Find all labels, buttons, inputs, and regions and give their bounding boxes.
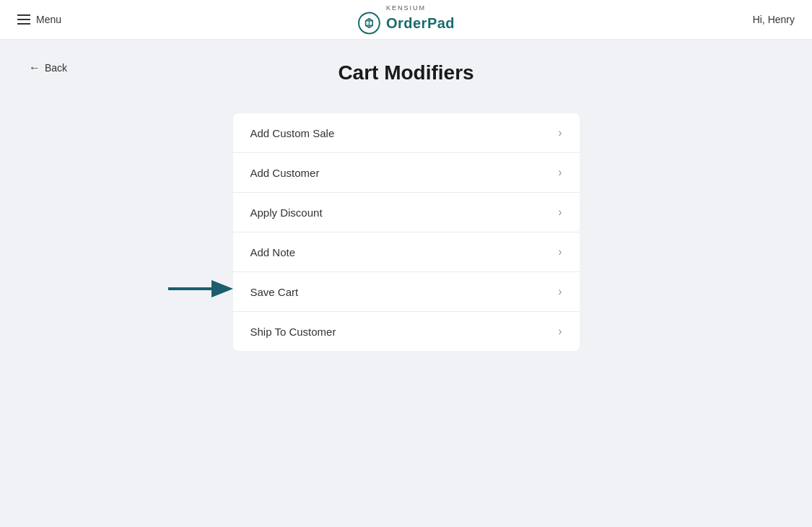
main-content: ← Back Cart Modifiers Add Custom Sale › … xyxy=(0,40,812,373)
back-label: Back xyxy=(45,62,67,74)
chevron-right-icon: › xyxy=(558,166,562,179)
back-button[interactable]: ← Back xyxy=(29,61,67,74)
menu-list: Add Custom Sale › Add Customer › Apply D… xyxy=(233,113,580,351)
menu-item-label: Add Customer xyxy=(250,167,320,179)
menu-item-add-note[interactable]: Add Note › xyxy=(233,232,580,272)
menu-button[interactable]: Menu xyxy=(17,14,61,25)
menu-item-apply-discount[interactable]: Apply Discount › xyxy=(233,193,580,232)
chevron-right-icon: › xyxy=(558,206,562,219)
menu-item-add-customer[interactable]: Add Customer › xyxy=(233,153,580,193)
menu-item-label: Add Note xyxy=(250,246,296,258)
page-title: Cart Modifiers xyxy=(29,61,783,84)
chevron-right-icon: › xyxy=(558,325,562,338)
chevron-right-icon: › xyxy=(558,126,562,139)
logo-icon xyxy=(357,12,380,35)
menu-item-label: Ship To Customer xyxy=(250,326,336,338)
chevron-right-icon: › xyxy=(558,285,562,298)
app-header: Menu KENSIUM OrderPad Hi, Henry xyxy=(0,0,812,40)
annotation-arrow-svg xyxy=(168,276,233,301)
brand-center: KENSIUM OrderPad xyxy=(357,4,455,35)
menu-list-wrapper: Add Custom Sale › Add Customer › Apply D… xyxy=(233,113,580,351)
menu-item-ship-to-customer[interactable]: Ship To Customer › xyxy=(233,312,580,351)
annotation-arrow xyxy=(168,276,233,301)
menu-item-save-cart[interactable]: Save Cart › xyxy=(233,272,580,312)
user-greeting: Hi, Henry xyxy=(753,14,795,25)
hamburger-icon xyxy=(17,14,30,25)
menu-item-add-custom-sale[interactable]: Add Custom Sale › xyxy=(233,113,580,153)
menu-item-label: Add Custom Sale xyxy=(250,127,335,139)
brand-name-small: KENSIUM xyxy=(386,4,426,12)
chevron-right-icon: › xyxy=(558,245,562,258)
svg-marker-2 xyxy=(211,280,233,297)
menu-item-label: Save Cart xyxy=(250,286,299,298)
menu-label: Menu xyxy=(36,14,61,25)
menu-item-label: Apply Discount xyxy=(250,206,323,219)
brand-title: OrderPad xyxy=(386,15,455,32)
back-arrow-icon: ← xyxy=(29,61,40,74)
brand-logo: OrderPad xyxy=(357,12,455,35)
